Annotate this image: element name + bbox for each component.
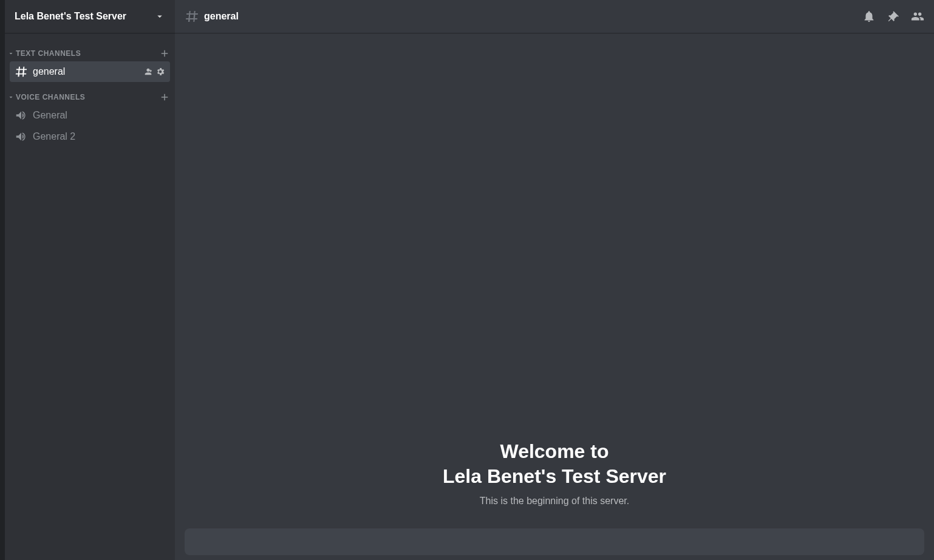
welcome-block: Welcome to Lela Benet's Test Server This… bbox=[185, 439, 924, 507]
welcome-line1: Welcome to bbox=[500, 440, 609, 462]
bell-icon[interactable] bbox=[862, 10, 876, 23]
voice-channel-general-2[interactable]: General 2 bbox=[10, 126, 170, 147]
channel-sidebar: Lela Benet's Test Server TEXT CHANNELS bbox=[5, 0, 175, 560]
speaker-icon bbox=[15, 130, 28, 143]
chevron-down-icon bbox=[7, 50, 15, 57]
speaker-icon bbox=[15, 109, 28, 122]
hash-icon bbox=[185, 9, 199, 24]
channel-title: general bbox=[204, 11, 239, 22]
voice-channel-general[interactable]: General bbox=[10, 105, 170, 126]
pin-icon[interactable] bbox=[887, 10, 900, 23]
chat-header: general bbox=[175, 0, 934, 33]
channel-general[interactable]: general bbox=[10, 61, 170, 82]
channel-name: general bbox=[33, 66, 65, 77]
server-name: Lela Benet's Test Server bbox=[15, 11, 126, 22]
header-toolbar bbox=[862, 10, 924, 23]
chevron-down-icon bbox=[7, 94, 15, 101]
category-header-voice[interactable]: VOICE CHANNELS bbox=[5, 90, 175, 104]
chevron-down-icon bbox=[154, 11, 165, 22]
welcome-heading: Welcome to Lela Benet's Test Server bbox=[185, 439, 924, 490]
chat-input-area bbox=[175, 528, 934, 560]
channel-list: TEXT CHANNELS general bbox=[5, 33, 175, 560]
add-channel-button[interactable] bbox=[159, 92, 170, 103]
channel-name: General bbox=[33, 110, 67, 121]
category-text-channels: TEXT CHANNELS general bbox=[5, 39, 175, 82]
guilds-bar bbox=[0, 0, 5, 560]
gear-icon[interactable] bbox=[155, 67, 165, 77]
welcome-subtitle: This is the beginning of this server. bbox=[185, 496, 924, 507]
create-invite-icon[interactable] bbox=[143, 67, 153, 77]
category-voice-channels: VOICE CHANNELS General bbox=[5, 83, 175, 147]
category-label: TEXT CHANNELS bbox=[16, 49, 81, 58]
category-label: VOICE CHANNELS bbox=[16, 93, 85, 101]
welcome-line2: Lela Benet's Test Server bbox=[443, 465, 666, 487]
add-channel-button[interactable] bbox=[159, 48, 170, 59]
members-icon[interactable] bbox=[911, 10, 924, 23]
message-input[interactable] bbox=[185, 528, 924, 555]
category-header-text[interactable]: TEXT CHANNELS bbox=[5, 46, 175, 61]
chat-main: general Welcome to Lela Benet's Test Ser… bbox=[175, 0, 934, 560]
hash-icon bbox=[15, 65, 28, 78]
chat-scroll[interactable]: Welcome to Lela Benet's Test Server This… bbox=[175, 33, 934, 528]
channel-name: General 2 bbox=[33, 131, 75, 142]
server-header-button[interactable]: Lela Benet's Test Server bbox=[5, 0, 175, 33]
